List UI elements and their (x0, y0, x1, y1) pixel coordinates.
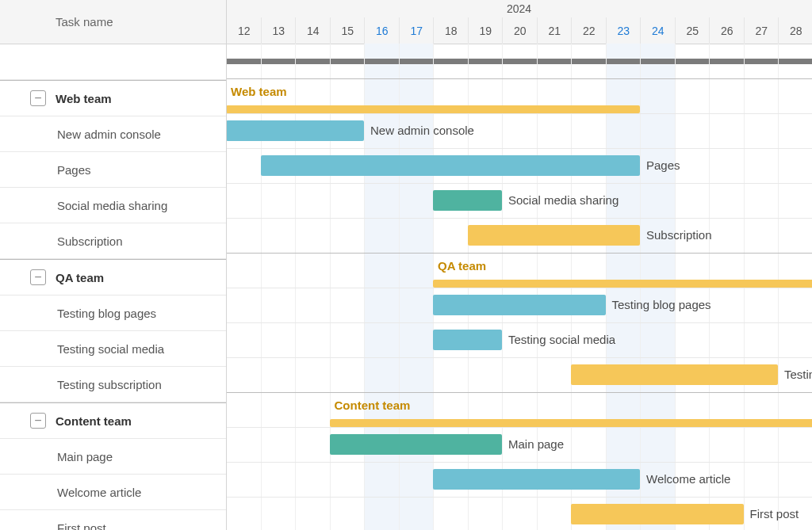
task-row[interactable]: Pages (0, 152, 226, 188)
group-label: QA team (56, 271, 104, 284)
task-row[interactable]: Testing blog pages (0, 296, 226, 331)
bar-label: New admin console (370, 124, 474, 137)
day-header: 15 (330, 17, 366, 44)
day-header: 22 (571, 17, 607, 44)
group-label: Web team (56, 92, 112, 105)
day-header: 18 (433, 17, 469, 44)
group-row-content-team[interactable]: − Content team (0, 402, 226, 439)
bar-label: Testing blog pages (612, 298, 711, 311)
bar-label: First post (750, 507, 799, 520)
task-bar[interactable] (433, 190, 502, 211)
timeline-bars: Web teamNew admin consolePagesSocial med… (226, 44, 812, 530)
day-header: 19 (468, 17, 504, 44)
bar-label: Subscription (646, 228, 712, 242)
timeline-days: 1213141516171819202122232425262728 (226, 17, 812, 44)
bar-label: Testing subscription (784, 368, 812, 381)
task-row[interactable]: Social media sharing (0, 188, 226, 223)
task-bar[interactable] (433, 295, 606, 315)
day-header: 25 (675, 17, 710, 44)
task-row[interactable]: Testing social media (0, 331, 226, 367)
summary-bar[interactable] (330, 419, 813, 427)
day-header: 26 (709, 17, 745, 44)
task-bar[interactable] (261, 155, 641, 176)
day-header: 12 (226, 17, 262, 44)
task-row[interactable]: Subscription (0, 223, 226, 259)
day-header: 24 (640, 17, 676, 44)
collapse-icon[interactable]: − (30, 269, 46, 285)
bar-label: QA team (438, 259, 486, 273)
timeline-panel: 2024 1213141516171819202122232425262728 … (226, 0, 812, 530)
day-header: 20 (502, 17, 538, 44)
task-bar[interactable] (571, 504, 744, 524)
task-bar[interactable] (571, 364, 778, 385)
task-row[interactable]: Welcome article (0, 475, 226, 510)
task-row[interactable]: New admin console (0, 116, 226, 152)
bar-label: Web team (231, 85, 287, 98)
day-header: 13 (261, 17, 297, 44)
bar-label: Pages (646, 158, 680, 172)
group-row-web-team[interactable]: − Web team (0, 80, 226, 116)
day-header: 17 (399, 17, 435, 44)
group-row-qa-team[interactable]: − QA team (0, 259, 226, 296)
bar-label: Social media sharing (508, 193, 619, 207)
task-bar[interactable] (433, 469, 640, 490)
task-row[interactable]: Testing subscription (0, 367, 226, 402)
task-bar[interactable] (226, 120, 364, 141)
day-header: 23 (606, 17, 642, 44)
bar-label: Welcome article (646, 472, 730, 486)
collapse-icon[interactable]: − (30, 90, 46, 106)
task-list-panel: Task name − Web team New admin console P… (0, 0, 227, 530)
group-label: Content team (56, 414, 132, 428)
day-header: 28 (778, 17, 812, 44)
timeline-year: 2024 (226, 0, 812, 17)
day-header: 14 (295, 17, 331, 44)
task-bar[interactable] (468, 225, 641, 246)
summary-bar[interactable] (226, 105, 640, 113)
day-header: 21 (537, 17, 573, 44)
bar-label: Content team (335, 398, 411, 412)
day-header: 27 (744, 17, 779, 44)
timeline-header: 2024 1213141516171819202122232425262728 (226, 0, 812, 44)
task-row[interactable]: Main page (0, 439, 226, 475)
gantt-chart: Task name − Web team New admin console P… (0, 0, 812, 530)
task-bar[interactable] (433, 330, 502, 350)
collapse-icon[interactable]: − (30, 413, 46, 429)
task-bar[interactable] (330, 434, 503, 455)
spacer-row (0, 44, 226, 80)
bar-label: Testing social media (508, 333, 615, 346)
task-row[interactable]: First post (0, 510, 226, 530)
summary-bar[interactable] (433, 280, 812, 288)
bar-label: Main page (508, 437, 564, 451)
day-header: 16 (364, 17, 400, 44)
task-list-header: Task name (0, 0, 226, 44)
